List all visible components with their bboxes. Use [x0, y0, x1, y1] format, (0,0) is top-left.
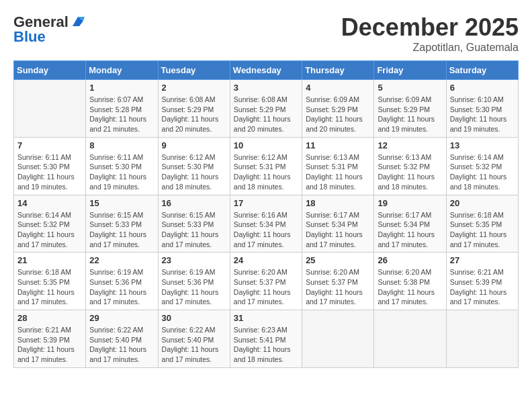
calendar-cell: 11Sunrise: 6:13 AMSunset: 5:31 PMDayligh…: [302, 137, 374, 195]
calendar-cell: 5Sunrise: 6:09 AMSunset: 5:29 PMDaylight…: [374, 80, 446, 138]
calendar-header: SundayMondayTuesdayWednesdayThursdayFrid…: [14, 61, 519, 80]
calendar-cell: [14, 80, 86, 138]
calendar-cell: 21Sunrise: 6:18 AMSunset: 5:35 PMDayligh…: [14, 253, 86, 310]
day-number: 24: [234, 255, 298, 265]
day-number: 8: [89, 140, 154, 150]
calendar-cell: 13Sunrise: 6:14 AMSunset: 5:32 PMDayligh…: [446, 137, 518, 195]
logo: General Blue: [13, 13, 85, 46]
day-number: 13: [450, 140, 515, 150]
day-number: 20: [450, 198, 515, 208]
calendar-cell: 15Sunrise: 6:15 AMSunset: 5:33 PMDayligh…: [86, 195, 158, 253]
calendar-cell: 19Sunrise: 6:17 AMSunset: 5:34 PMDayligh…: [374, 195, 446, 253]
calendar-table: SundayMondayTuesdayWednesdayThursdayFrid…: [13, 60, 519, 368]
day-number: 28: [17, 313, 82, 323]
day-of-week-header: Wednesday: [230, 61, 302, 80]
day-info: Sunrise: 6:20 AMSunset: 5:37 PMDaylight:…: [306, 267, 370, 307]
day-number: 10: [234, 140, 298, 150]
day-number: 9: [162, 140, 226, 150]
calendar-cell: 22Sunrise: 6:19 AMSunset: 5:36 PMDayligh…: [86, 253, 158, 310]
calendar-cell: 20Sunrise: 6:18 AMSunset: 5:35 PMDayligh…: [446, 195, 518, 253]
day-number: 26: [378, 255, 442, 265]
day-number: 7: [17, 140, 82, 150]
day-info: Sunrise: 6:14 AMSunset: 5:32 PMDaylight:…: [17, 210, 82, 250]
day-number: 21: [17, 255, 82, 265]
day-info: Sunrise: 6:16 AMSunset: 5:34 PMDaylight:…: [234, 210, 298, 250]
day-number: 12: [378, 140, 442, 150]
calendar-week-row: 21Sunrise: 6:18 AMSunset: 5:35 PMDayligh…: [14, 253, 519, 310]
header-row: SundayMondayTuesdayWednesdayThursdayFrid…: [14, 61, 519, 80]
day-number: 11: [306, 140, 370, 150]
day-number: 1: [89, 83, 154, 93]
day-number: 29: [89, 313, 154, 323]
calendar-cell: 6Sunrise: 6:10 AMSunset: 5:30 PMDaylight…: [446, 80, 518, 138]
calendar-cell: [446, 310, 518, 368]
calendar-body: 1Sunrise: 6:07 AMSunset: 5:28 PMDaylight…: [14, 80, 519, 368]
day-info: Sunrise: 6:11 AMSunset: 5:30 PMDaylight:…: [17, 152, 82, 192]
day-number: 15: [89, 198, 154, 208]
day-of-week-header: Friday: [374, 61, 446, 80]
day-info: Sunrise: 6:19 AMSunset: 5:36 PMDaylight:…: [162, 267, 226, 307]
day-info: Sunrise: 6:13 AMSunset: 5:32 PMDaylight:…: [378, 152, 442, 192]
calendar-cell: 10Sunrise: 6:12 AMSunset: 5:31 PMDayligh…: [230, 137, 302, 195]
calendar-cell: 24Sunrise: 6:20 AMSunset: 5:37 PMDayligh…: [230, 253, 302, 310]
day-info: Sunrise: 6:21 AMSunset: 5:39 PMDaylight:…: [450, 267, 515, 307]
day-info: Sunrise: 6:17 AMSunset: 5:34 PMDaylight:…: [378, 210, 442, 250]
day-number: 19: [378, 198, 442, 208]
day-number: 23: [162, 255, 226, 265]
day-number: 17: [234, 198, 298, 208]
day-of-week-header: Tuesday: [158, 61, 230, 80]
calendar-cell: [374, 310, 446, 368]
day-number: 5: [378, 83, 442, 93]
day-info: Sunrise: 6:23 AMSunset: 5:41 PMDaylight:…: [234, 325, 298, 365]
day-number: 16: [162, 198, 226, 208]
calendar-cell: 30Sunrise: 6:22 AMSunset: 5:40 PMDayligh…: [158, 310, 230, 368]
day-of-week-header: Saturday: [446, 61, 518, 80]
day-number: 30: [162, 313, 226, 323]
day-info: Sunrise: 6:19 AMSunset: 5:36 PMDaylight:…: [89, 267, 154, 307]
location: Zapotitlan, Guatemala: [341, 42, 519, 54]
day-info: Sunrise: 6:07 AMSunset: 5:28 PMDaylight:…: [89, 95, 154, 134]
day-info: Sunrise: 6:20 AMSunset: 5:38 PMDaylight:…: [378, 267, 442, 307]
day-info: Sunrise: 6:11 AMSunset: 5:30 PMDaylight:…: [89, 152, 154, 192]
day-info: Sunrise: 6:13 AMSunset: 5:31 PMDaylight:…: [306, 152, 370, 192]
calendar-cell: [302, 310, 374, 368]
day-info: Sunrise: 6:08 AMSunset: 5:29 PMDaylight:…: [234, 95, 298, 134]
calendar-week-row: 14Sunrise: 6:14 AMSunset: 5:32 PMDayligh…: [14, 195, 519, 253]
day-info: Sunrise: 6:14 AMSunset: 5:32 PMDaylight:…: [450, 152, 515, 192]
day-number: 25: [306, 255, 370, 265]
calendar-week-row: 1Sunrise: 6:07 AMSunset: 5:28 PMDaylight…: [14, 80, 519, 138]
calendar-cell: 27Sunrise: 6:21 AMSunset: 5:39 PMDayligh…: [446, 253, 518, 310]
calendar-cell: 31Sunrise: 6:23 AMSunset: 5:41 PMDayligh…: [230, 310, 302, 368]
day-of-week-header: Thursday: [302, 61, 374, 80]
day-number: 31: [234, 313, 298, 323]
day-number: 3: [234, 83, 298, 93]
day-of-week-header: Sunday: [14, 61, 86, 80]
calendar-week-row: 28Sunrise: 6:21 AMSunset: 5:39 PMDayligh…: [14, 310, 519, 368]
calendar-cell: 28Sunrise: 6:21 AMSunset: 5:39 PMDayligh…: [14, 310, 86, 368]
day-number: 14: [17, 198, 82, 208]
logo-blue: Blue: [13, 28, 46, 46]
calendar-cell: 29Sunrise: 6:22 AMSunset: 5:40 PMDayligh…: [86, 310, 158, 368]
calendar-cell: 16Sunrise: 6:15 AMSunset: 5:33 PMDayligh…: [158, 195, 230, 253]
day-of-week-header: Monday: [86, 61, 158, 80]
day-info: Sunrise: 6:10 AMSunset: 5:30 PMDaylight:…: [450, 95, 515, 134]
day-info: Sunrise: 6:12 AMSunset: 5:31 PMDaylight:…: [234, 152, 298, 192]
month-title: December 2025: [341, 13, 519, 42]
day-info: Sunrise: 6:21 AMSunset: 5:39 PMDaylight:…: [17, 325, 82, 365]
day-info: Sunrise: 6:18 AMSunset: 5:35 PMDaylight:…: [17, 267, 82, 307]
day-number: 4: [306, 83, 370, 93]
day-info: Sunrise: 6:12 AMSunset: 5:30 PMDaylight:…: [162, 152, 226, 192]
title-section: December 2025 Zapotitlan, Guatemala: [341, 13, 519, 54]
day-number: 27: [450, 255, 515, 265]
calendar-cell: 26Sunrise: 6:20 AMSunset: 5:38 PMDayligh…: [374, 253, 446, 310]
calendar-cell: 9Sunrise: 6:12 AMSunset: 5:30 PMDaylight…: [158, 137, 230, 195]
day-info: Sunrise: 6:18 AMSunset: 5:35 PMDaylight:…: [450, 210, 515, 250]
day-number: 22: [89, 255, 154, 265]
calendar-cell: 18Sunrise: 6:17 AMSunset: 5:34 PMDayligh…: [302, 195, 374, 253]
calendar-cell: 1Sunrise: 6:07 AMSunset: 5:28 PMDaylight…: [86, 80, 158, 138]
day-number: 6: [450, 83, 515, 93]
calendar-week-row: 7Sunrise: 6:11 AMSunset: 5:30 PMDaylight…: [14, 137, 519, 195]
calendar-cell: 12Sunrise: 6:13 AMSunset: 5:32 PMDayligh…: [374, 137, 446, 195]
day-info: Sunrise: 6:08 AMSunset: 5:29 PMDaylight:…: [162, 95, 226, 134]
day-info: Sunrise: 6:15 AMSunset: 5:33 PMDaylight:…: [162, 210, 226, 250]
